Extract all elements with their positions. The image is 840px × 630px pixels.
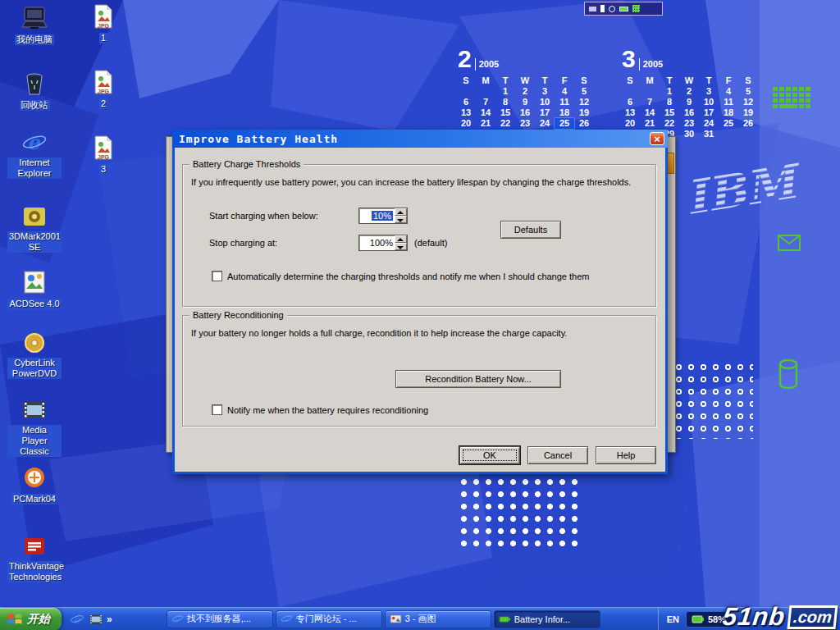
calendar-date: 21 xyxy=(476,118,495,129)
calendar-date: 17 xyxy=(699,107,719,118)
calendar-date: 12 xyxy=(574,97,594,107)
calendar-date: 24 xyxy=(699,118,719,129)
spinner-arrows xyxy=(395,235,407,250)
jpg-icon: JPG xyxy=(89,69,117,95)
calendar-weekday: M xyxy=(476,75,495,86)
cancel-button[interactable]: Cancel xyxy=(527,446,588,464)
calendar-date: 20 xyxy=(456,118,476,129)
power-tray-widget[interactable] xyxy=(584,2,663,16)
notify-reconditioning-checkbox[interactable] xyxy=(212,404,222,415)
calendar-date: 15 xyxy=(660,107,679,118)
calendar-weekday: S xyxy=(456,75,476,86)
calendar-weekday: T xyxy=(535,75,555,86)
keypad-grid-icon xyxy=(773,87,810,113)
language-indicator[interactable]: EN xyxy=(667,614,679,624)
calendar-date: 23 xyxy=(679,118,699,129)
spin-up-button[interactable] xyxy=(395,208,407,216)
calendar-date: 10 xyxy=(535,97,555,107)
desktop-icon-label: Internet Explorer xyxy=(7,158,62,179)
desktop-icon-ie-2[interactable]: eInternet Explorer xyxy=(7,130,62,180)
volume-icon[interactable] xyxy=(600,5,605,12)
taskbar-task-1[interactable]: e专门网论坛 - ... xyxy=(276,610,382,628)
calendar-date: 18 xyxy=(719,107,738,118)
desktop-icon-powerdvd-5[interactable]: CyberLink PowerDVD xyxy=(7,330,62,380)
task-buttons: e找不到服务器,...e专门网论坛 - ...3 - 画图Battery Inf… xyxy=(167,610,603,628)
calendar-date: 20 xyxy=(620,118,640,129)
desktop-icon-jpg-0[interactable]: JPG1 xyxy=(75,3,131,44)
calendar-date: 3 xyxy=(699,86,719,97)
calendar-date: 11 xyxy=(719,97,738,107)
battery-icon xyxy=(692,614,705,624)
stop-threshold-spinner[interactable]: 100% xyxy=(358,235,408,251)
desktop-icon-label: 3DMark2001 SE xyxy=(7,231,62,253)
start-threshold-spinner[interactable]: 10% xyxy=(358,208,408,224)
dialog-titlebar[interactable]: Improve Battery Health × xyxy=(172,130,668,148)
desktop-icon-label: ThinkVantage Technologies xyxy=(7,561,62,582)
desktop-icon-label: 1 xyxy=(99,33,107,43)
auto-determine-checkbox[interactable] xyxy=(212,271,222,281)
stop-threshold-field[interactable]: 100% xyxy=(359,235,395,250)
ie-icon: e xyxy=(21,130,48,156)
svg-text:JPG: JPG xyxy=(98,89,110,94)
start-threshold-field[interactable]: 10% xyxy=(359,208,395,223)
calendar-weekday: T xyxy=(495,75,515,86)
calendar-date: 24 xyxy=(535,118,555,129)
calendar-date: 13 xyxy=(620,107,640,118)
quick-launch: e xyxy=(70,612,103,627)
ring-grid-decoration xyxy=(673,361,753,439)
help-button[interactable]: Help xyxy=(596,446,656,464)
desktop-icon-pcmark-7[interactable]: PCMark04 xyxy=(7,464,62,505)
taskbar: 开始 e » e找不到服务器,...e专门网论坛 - ...3 - 画图Batt… xyxy=(0,607,840,630)
desktop-icon-jpg-1[interactable]: JPG2 xyxy=(75,69,131,110)
battery-meter-icon[interactable] xyxy=(619,7,628,11)
calendar-date: 7 xyxy=(476,97,495,107)
desktop-icon-label: 3 xyxy=(99,164,107,175)
close-icon: × xyxy=(654,134,660,144)
calendar-date: 18 xyxy=(555,107,574,118)
calendar-weekday: W xyxy=(515,75,535,86)
calendar-date: 22 xyxy=(660,118,679,129)
calendar-date xyxy=(456,86,476,97)
ie-quicklaunch-icon[interactable]: e xyxy=(70,612,84,627)
charge-thresholds-description: If you infrequently use battery power, y… xyxy=(191,177,631,187)
standby-moon-icon[interactable] xyxy=(609,6,615,12)
spin-up-button[interactable] xyxy=(395,235,407,243)
group-caption: Battery Reconditioning xyxy=(189,310,287,321)
defaults-button[interactable]: Defaults xyxy=(500,221,561,239)
desktop-icon-jpg-2[interactable]: JPG3 xyxy=(75,135,131,176)
desktop-icon-acdsee-4[interactable]: ACDSee 4.0 xyxy=(7,269,62,310)
dialog-body: Battery Charge Thresholds If you infrequ… xyxy=(172,148,668,474)
power-scheme-icon[interactable] xyxy=(589,7,596,11)
calendar-date: 8 xyxy=(495,97,515,107)
calendar-date: 25 xyxy=(719,118,738,129)
calendar-date: 5 xyxy=(738,86,758,97)
close-button[interactable]: × xyxy=(650,132,664,145)
taskbar-task-2[interactable]: 3 - 画图 xyxy=(385,610,491,628)
recondition-battery-button[interactable]: Recondition Battery Now... xyxy=(395,370,561,388)
taskbar-task-0[interactable]: e找不到服务器,... xyxy=(167,610,273,628)
spin-down-button[interactable] xyxy=(395,216,407,223)
ok-button[interactable]: OK xyxy=(459,446,520,464)
taskbar-task-3[interactable]: Battery Infor... xyxy=(494,610,600,628)
quick-launch-overflow[interactable]: » xyxy=(107,614,112,625)
spinner-arrows xyxy=(395,208,407,223)
desktop-icon-mpc-6[interactable]: Media Player Classic xyxy=(7,397,62,458)
start-button[interactable]: 开始 xyxy=(0,608,62,630)
battery-icon xyxy=(499,613,511,625)
calendar-weekday: T xyxy=(660,75,679,86)
calendar-date xyxy=(719,129,738,139)
keyboard-grid-icon[interactable] xyxy=(632,5,640,12)
acdsee-icon xyxy=(21,269,48,295)
calendar-date: 15 xyxy=(495,107,515,118)
spin-down-button[interactable] xyxy=(395,243,407,250)
desktop-icon-recycle-bin-1[interactable]: 回收站 xyxy=(7,71,62,112)
mpc-quicklaunch-icon[interactable] xyxy=(89,612,103,627)
calendar-month-header: 22005 xyxy=(456,46,597,71)
desktop-icon-3dmark-3[interactable]: 3DMark2001 SE xyxy=(7,203,62,253)
desktop-icon-thinkvantage-8[interactable]: ThinkVantage Technologies xyxy=(7,533,62,583)
calendar-date: 12 xyxy=(738,97,758,107)
desktop-icon-my-computer-0[interactable]: 我的电脑 xyxy=(7,5,62,46)
auto-determine-label: Automatically determine the charging thr… xyxy=(227,272,589,281)
windows-flag-icon xyxy=(7,612,23,627)
task-label: Battery Infor... xyxy=(514,614,570,624)
